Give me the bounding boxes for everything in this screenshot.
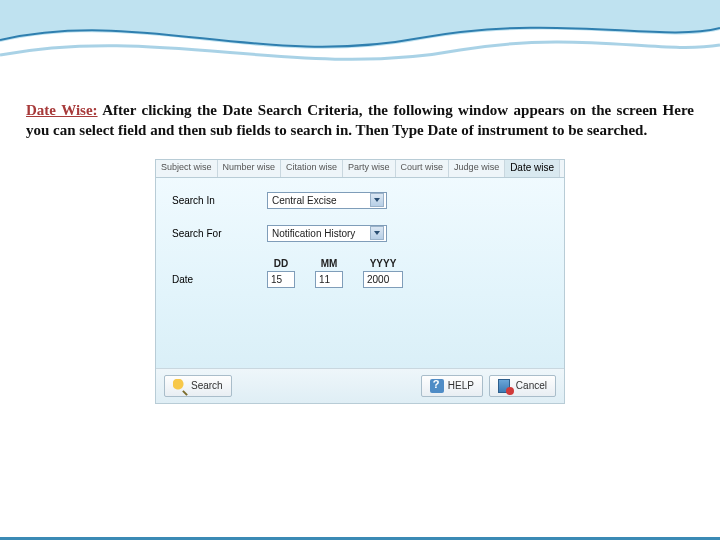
cancel-button-label: Cancel bbox=[516, 380, 547, 391]
tab-court-wise[interactable]: Court wise bbox=[396, 160, 450, 177]
mm-header: MM bbox=[315, 258, 343, 269]
decorative-wave bbox=[0, 0, 720, 80]
form-area: Search In Central Excise Search For Noti… bbox=[156, 178, 564, 403]
chevron-down-icon bbox=[370, 226, 384, 240]
yyyy-input[interactable]: 2000 bbox=[363, 271, 403, 288]
paragraph: Date Wise: After clicking the Date Searc… bbox=[26, 100, 694, 141]
footer-bar: Search HELP Cancel bbox=[156, 368, 564, 403]
search-button-label: Search bbox=[191, 380, 223, 391]
tab-bar: Subject wise Number wise Citation wise P… bbox=[156, 160, 564, 178]
tab-date-wise[interactable]: Date wise bbox=[505, 160, 560, 177]
app-window: Subject wise Number wise Citation wise P… bbox=[155, 159, 565, 404]
search-in-label: Search In bbox=[172, 195, 267, 206]
chevron-down-icon bbox=[370, 193, 384, 207]
search-button[interactable]: Search bbox=[164, 375, 232, 397]
heading-body: After clicking the Date Search Criteria,… bbox=[26, 102, 694, 138]
heading-lead: Date Wise: bbox=[26, 102, 98, 118]
search-for-label: Search For bbox=[172, 228, 267, 239]
dd-header: DD bbox=[267, 258, 295, 269]
cancel-icon bbox=[498, 379, 512, 393]
date-header: DD MM YYYY bbox=[267, 258, 548, 269]
search-for-value: Notification History bbox=[272, 228, 355, 239]
yyyy-header: YYYY bbox=[363, 258, 403, 269]
search-icon bbox=[173, 379, 187, 393]
tab-party-wise[interactable]: Party wise bbox=[343, 160, 396, 177]
help-icon bbox=[430, 379, 444, 393]
tab-judge-wise[interactable]: Judge wise bbox=[449, 160, 505, 177]
tab-citation-wise[interactable]: Citation wise bbox=[281, 160, 343, 177]
date-inputs: 15 11 2000 bbox=[267, 271, 403, 288]
help-button[interactable]: HELP bbox=[421, 375, 483, 397]
mm-input[interactable]: 11 bbox=[315, 271, 343, 288]
cancel-button[interactable]: Cancel bbox=[489, 375, 556, 397]
date-label: Date bbox=[172, 274, 267, 285]
search-for-select[interactable]: Notification History bbox=[267, 225, 387, 242]
tab-number-wise[interactable]: Number wise bbox=[218, 160, 282, 177]
search-in-select[interactable]: Central Excise bbox=[267, 192, 387, 209]
search-in-value: Central Excise bbox=[272, 195, 336, 206]
tab-subject-wise[interactable]: Subject wise bbox=[156, 160, 218, 177]
help-button-label: HELP bbox=[448, 380, 474, 391]
dd-input[interactable]: 15 bbox=[267, 271, 295, 288]
